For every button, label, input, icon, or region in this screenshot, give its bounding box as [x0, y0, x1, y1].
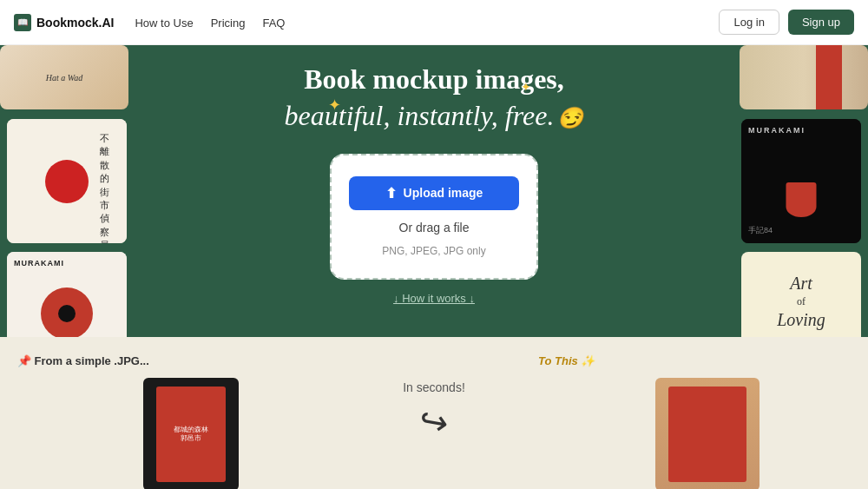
- book-left-bot-label: MURAKAMI: [14, 259, 64, 268]
- art-title: Art: [790, 274, 812, 294]
- nav-item-pricing[interactable]: Pricing: [211, 15, 246, 30]
- art-of: of: [797, 295, 806, 308]
- signup-button[interactable]: Sign up: [788, 10, 854, 35]
- right-top-spine: [816, 45, 842, 109]
- nav-links: How to Use Pricing FAQ: [135, 15, 719, 30]
- to-this-area: To This ✨: [521, 354, 868, 489]
- curved-arrow-icon: ↪: [416, 399, 452, 444]
- star-left-icon: ✦: [328, 96, 341, 115]
- to-book-spine: [668, 387, 746, 482]
- hero-section: ✦ ✦ Book mockup images, beautiful, insta…: [130, 45, 738, 305]
- upload-icon: ⬆: [385, 185, 397, 202]
- book-right-top: [740, 45, 868, 109]
- logo-icon: 📖: [14, 14, 31, 31]
- book-left-mid: [7, 119, 127, 243]
- from-book-preview: 都城的森林郭邑市: [143, 378, 239, 489]
- main-area: Hat a Wad MURAKAMI MURAKAMI 手記84 Art of: [0, 45, 868, 489]
- logo[interactable]: 📖 Bookmock.AI: [14, 14, 114, 31]
- drag-drop-text: Or drag a file: [399, 221, 470, 235]
- in-seconds-area: In seconds! ↪: [347, 354, 521, 442]
- from-book-text: 都城的森林郭邑市: [174, 426, 208, 444]
- upload-box: ⬆ Upload image Or drag a file PNG, JPEG,…: [330, 154, 538, 280]
- bottom-section: 📌 From a simple .JPG... 都城的森林郭邑市 In seco…: [0, 337, 868, 489]
- login-button[interactable]: Log in: [719, 10, 779, 35]
- navbar: 📖 Bookmock.AI How to Use Pricing FAQ Log…: [0, 0, 868, 45]
- from-label: 📌 From a simple .JPG...: [0, 354, 149, 367]
- book-left-bot-circle: [41, 287, 93, 340]
- file-types-text: PNG, JPEG, JPG only: [382, 245, 485, 257]
- emoji-face: 😏: [557, 106, 583, 131]
- from-simple-area: 📌 From a simple .JPG... 都城的森林郭邑市: [0, 354, 347, 489]
- book-right-mid-label: MURAKAMI: [748, 126, 854, 135]
- left-mid-circle: [45, 160, 89, 203]
- sparkle-top-icon: ✦: [521, 80, 531, 95]
- book-left-top-title: Hat a Wad: [46, 73, 82, 83]
- book-left-top: Hat a Wad: [0, 45, 128, 109]
- nav-actions: Log in Sign up: [719, 10, 854, 35]
- to-label: To This ✨: [521, 354, 595, 367]
- art-loving: Loving: [777, 310, 825, 330]
- to-book-preview: [655, 378, 760, 489]
- from-book-inner: 都城的森林郭邑市: [156, 387, 226, 482]
- how-it-works-link[interactable]: ↓ How it works ↓: [393, 292, 475, 305]
- book-right-mid: MURAKAMI 手記84: [741, 119, 861, 243]
- upload-button[interactable]: ⬆ Upload image: [349, 176, 519, 210]
- nav-item-faq[interactable]: FAQ: [262, 15, 285, 30]
- book-right-mid-num: 手記84: [748, 225, 773, 236]
- logo-text: Bookmock.AI: [36, 16, 114, 30]
- book-right-mid-apple: [786, 182, 817, 217]
- hero-title: Book mockup images,: [285, 63, 584, 96]
- nav-item-how-to-use[interactable]: How to Use: [135, 15, 193, 30]
- in-seconds-text: In seconds!: [403, 380, 465, 394]
